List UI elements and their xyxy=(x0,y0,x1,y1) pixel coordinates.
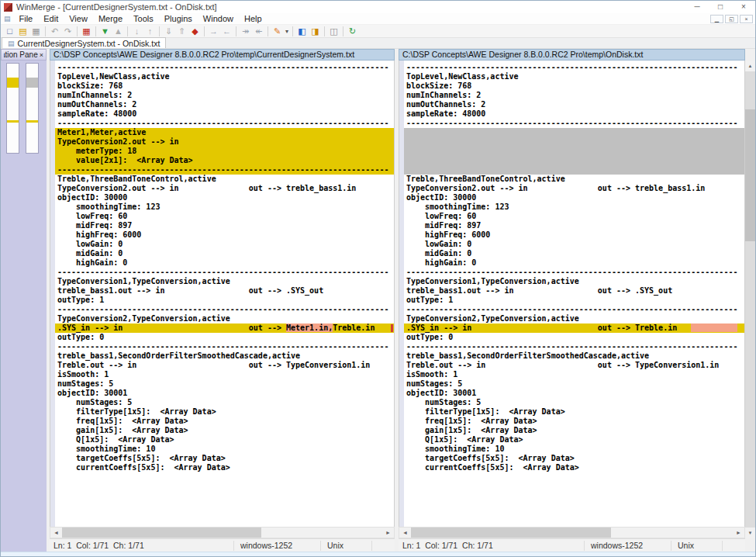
refresh-icon[interactable]: ↻ xyxy=(346,25,359,37)
menu-file[interactable]: File xyxy=(14,13,39,25)
copy-left-icon[interactable]: ← xyxy=(220,25,233,37)
code-line[interactable]: filterType[1x5]: <Array Data> xyxy=(404,407,744,417)
missing-lines-block[interactable] xyxy=(404,147,744,156)
new-file-icon[interactable]: □ xyxy=(3,25,16,37)
code-line[interactable]: TypeConversion2,TypeConversion,active xyxy=(55,314,394,323)
code-line[interactable]: numStages: 5 xyxy=(55,379,394,389)
code-line[interactable]: .SYS_in --> in out --> Meter1.in,Treble.… xyxy=(55,323,394,333)
location-band-yellow[interactable] xyxy=(26,120,38,123)
code-line[interactable]: targetCoeffs[5x5]: <Array Data> xyxy=(404,454,744,463)
last-difference-icon[interactable]: ⇑ xyxy=(175,25,188,37)
compare-icon[interactable]: ◨ xyxy=(309,25,322,37)
code-line[interactable]: Q[1x5]: <Array Data> xyxy=(55,435,394,445)
code-line[interactable]: isSmooth: 1 xyxy=(404,370,744,379)
separator-line[interactable]: ----------------------------------------… xyxy=(404,305,744,314)
open-file-icon[interactable]: ▤ xyxy=(16,25,29,37)
right-horizontal-scrollbar[interactable]: ◄ ► xyxy=(399,527,745,538)
copy-right-and-advance-icon[interactable]: ↠ xyxy=(239,25,252,37)
code-line[interactable]: outType: 0 xyxy=(404,333,744,342)
code-line[interactable]: highFreq: 6000 xyxy=(404,230,744,240)
code-line[interactable]: lowGain: 0 xyxy=(404,240,744,249)
code-line[interactable]: midFreq: 897 xyxy=(404,221,744,230)
copy-right-icon[interactable]: → xyxy=(207,25,220,37)
menu-view[interactable]: View xyxy=(64,13,93,25)
code-line[interactable]: outType: 1 xyxy=(404,296,744,305)
code-line[interactable]: treble_bass1.out --> in out --> .SYS_out xyxy=(55,286,394,296)
code-line[interactable]: isSmooth: 1 xyxy=(55,370,394,379)
code-line[interactable]: numStages: 5 xyxy=(404,379,744,389)
separator-line[interactable]: ----------------------------------------… xyxy=(404,342,744,351)
missing-lines-block[interactable] xyxy=(404,156,744,165)
menu-tools[interactable]: Tools xyxy=(128,13,159,25)
save-icon[interactable]: ▦ xyxy=(29,25,43,37)
code-line[interactable]: smoothingTime: 10 xyxy=(404,445,744,454)
code-line[interactable]: objectID: 30001 xyxy=(55,389,394,398)
editor-mode-caret-icon[interactable]: ▾ xyxy=(284,25,290,37)
code-line[interactable]: sampleRate: 48000 xyxy=(55,109,394,119)
code-line[interactable]: .SYS_in --> in out --> Treble.in xyxy=(404,323,744,333)
vscroll-thumb[interactable] xyxy=(745,109,755,241)
maximize-icon[interactable]: □ xyxy=(709,1,732,13)
code-line[interactable]: outType: 1 xyxy=(55,296,394,305)
menu-edit[interactable]: Edit xyxy=(38,13,64,25)
code-line[interactable]: highFreq: 6000 xyxy=(55,230,394,240)
close-icon[interactable]: × xyxy=(732,1,755,13)
code-line[interactable]: currentCoeffs[5x5]: <Array Data> xyxy=(55,463,394,472)
redo-icon[interactable]: ↷ xyxy=(61,25,74,37)
code-line[interactable]: TypeConversion2.out --> in out --> trebl… xyxy=(404,184,744,193)
code-line[interactable]: value[2x1]: <Array Data> xyxy=(55,156,394,165)
code-line[interactable]: smoothingTime: 10 xyxy=(55,445,394,454)
missing-lines-block[interactable] xyxy=(404,165,744,175)
left-horizontal-scrollbar[interactable]: ◄ ► xyxy=(50,527,395,538)
options-icon[interactable]: ▦ xyxy=(80,25,93,37)
separator-line[interactable]: ----------------------------------------… xyxy=(55,342,394,351)
code-line[interactable]: lowFreq: 60 xyxy=(55,212,394,221)
code-line[interactable]: lowGain: 0 xyxy=(55,240,394,249)
mdi-minimize-icon[interactable]: ▁ xyxy=(710,15,723,23)
separator-line[interactable]: ----------------------------------------… xyxy=(404,63,744,72)
code-line[interactable]: numStages: 5 xyxy=(55,398,394,407)
location-band-gray[interactable] xyxy=(26,78,38,88)
left-pane-body[interactable]: ----------------------------------------… xyxy=(50,61,395,527)
location-bar-left[interactable] xyxy=(6,63,19,154)
code-line[interactable]: TypeConversion2.out --> in xyxy=(55,137,394,147)
code-line[interactable]: objectID: 30001 xyxy=(404,389,744,398)
separator-line[interactable]: ----------------------------------------… xyxy=(404,268,744,277)
code-line[interactable]: numOutChannels: 2 xyxy=(404,100,744,109)
separator-line[interactable]: ----------------------------------------… xyxy=(404,119,744,128)
location-band-yellow[interactable] xyxy=(7,78,19,88)
menu-plugins[interactable]: Plugins xyxy=(159,13,198,25)
code-line[interactable]: freq[1x5]: <Array Data> xyxy=(55,417,394,426)
missing-lines-block[interactable] xyxy=(404,128,744,137)
code-line[interactable]: numOutChannels: 2 xyxy=(55,100,394,109)
right-pane-body[interactable]: ----------------------------------------… xyxy=(399,61,745,527)
code-line[interactable]: midFreq: 897 xyxy=(55,221,394,230)
code-line[interactable]: lowFreq: 60 xyxy=(404,212,744,221)
minimize-icon[interactable]: ─ xyxy=(685,1,709,13)
left-pane-path-header[interactable]: C:\DSP Concepts\AWE Designer 8.B.0.0.RC2… xyxy=(50,49,395,61)
scroll-left-icon[interactable]: ◄ xyxy=(50,528,62,538)
previous-3way-difference-icon[interactable]: ↑ xyxy=(143,25,157,37)
code-line[interactable]: gain[1x5]: <Array Data> xyxy=(404,426,744,435)
code-line[interactable]: TypeConversion1,TypeConversion,active xyxy=(404,277,744,286)
right-hscroll-thumb[interactable] xyxy=(411,528,611,538)
code-line[interactable]: outType: 0 xyxy=(55,333,394,342)
split-view-icon[interactable]: ◫ xyxy=(327,25,340,37)
code-line[interactable]: numInChannels: 2 xyxy=(404,91,744,100)
first-difference-icon[interactable]: ⇓ xyxy=(162,25,175,37)
undo-icon[interactable]: ↶ xyxy=(48,25,61,37)
location-band-yellow[interactable] xyxy=(7,120,19,123)
code-line[interactable]: smoothingTime: 123 xyxy=(404,202,744,212)
separator-line[interactable]: ----------------------------------------… xyxy=(55,165,394,175)
mdi-restore-icon[interactable]: ◱ xyxy=(725,15,738,23)
copy-left-and-advance-icon[interactable]: ↞ xyxy=(252,25,265,37)
next-conflict-icon[interactable]: ◆ xyxy=(188,25,202,37)
close-icon[interactable]: × xyxy=(38,51,43,59)
code-line[interactable]: filterType[1x5]: <Array Data> xyxy=(55,407,394,417)
tab-comparison[interactable]: ▤ CurrentDesignerSystem.txt - OnDisk.txt xyxy=(2,37,166,48)
code-line[interactable]: freq[1x5]: <Array Data> xyxy=(404,417,744,426)
code-line[interactable]: gain[1x5]: <Array Data> xyxy=(55,426,394,435)
code-line[interactable]: Treble,ThreeBandToneControl,active xyxy=(404,175,744,184)
previous-difference-icon[interactable]: ▲ xyxy=(112,25,125,37)
right-pane-path-header[interactable]: C:\DSP Concepts\AWE Designer 8.B.0.0.RC2… xyxy=(399,49,745,61)
